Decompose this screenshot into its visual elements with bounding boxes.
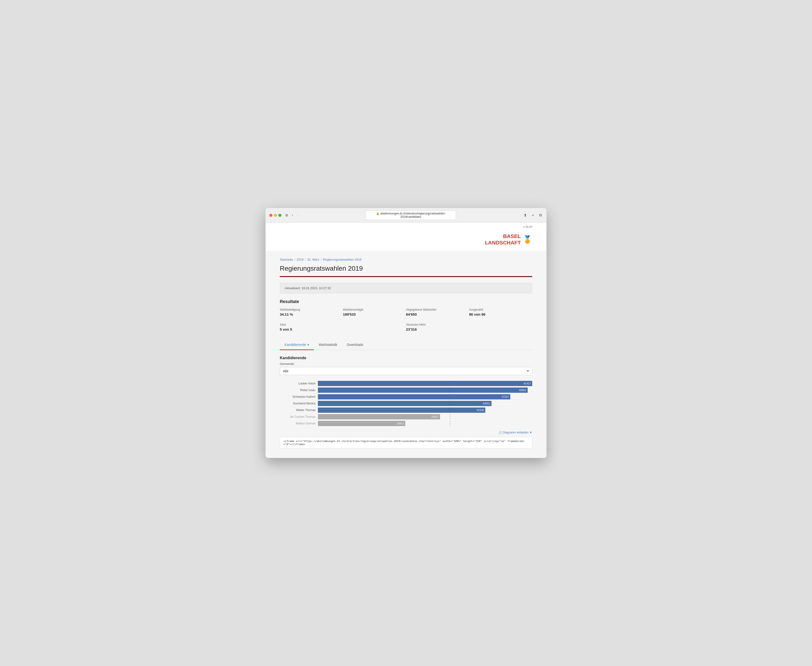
lock-icon: 🔒 bbox=[376, 212, 380, 215]
chart-label-weber: Weber Thomas bbox=[280, 409, 318, 412]
chart-label-lauber: Lauber Anton bbox=[280, 382, 318, 385]
embed-button[interactable]: ⬜ Diagramm einbetten ▼ bbox=[498, 431, 532, 434]
browser-titlebar: ⊞ ‹ › 🔒 abstimmungen.bl.ch/election/regi… bbox=[266, 208, 546, 223]
kandidierende-content: Kandidierende Gemeinde Alle Lauber Anton… bbox=[280, 356, 532, 448]
embed-code: <iframe src="https://abstimmungen.bl.ch/… bbox=[283, 440, 525, 446]
title-underline bbox=[280, 276, 532, 277]
stat-wahlbeteiligung-value: 34.11 % bbox=[280, 312, 343, 317]
address-input[interactable]: 🔒 abstimmungen.bl.ch/election/regierungs… bbox=[366, 210, 456, 220]
stat-abgegebene-value: 64'650 bbox=[406, 312, 469, 317]
chart-label-decourten: de Courten Thomas bbox=[280, 415, 318, 419]
stats-grid-2: Sitze 5 von 5 Absolutes Mehr 23'316 bbox=[280, 323, 532, 334]
tab-downloads[interactable]: Downloads bbox=[342, 340, 368, 350]
gemeinde-label: Gemeinde bbox=[280, 362, 532, 366]
chart-row-weber: Weber Thomas 32338 bbox=[280, 407, 532, 413]
stat-ausgezaehlt-value: 86 von 86 bbox=[469, 312, 532, 317]
chart-label-mathys: Mathys Samuel bbox=[280, 422, 318, 425]
logo-line1: BASEL bbox=[485, 233, 521, 239]
tab-kandidierende-label: Kandidierende bbox=[285, 343, 306, 346]
stat-abgegebene-label: Abgegebene Wahlzettel bbox=[406, 308, 469, 312]
breadcrumb-regierungsratswahlen[interactable]: Regierungsratswahlen 2019 bbox=[323, 258, 361, 261]
stat-wahlbeteiligung: Wahlbeteiligung 34.11 % bbox=[280, 308, 343, 319]
back-to-bl-link[interactable]: « bl.ch bbox=[523, 225, 532, 229]
stat-wahlberechtigte: Wahlberechtigte 189'533 bbox=[343, 308, 406, 319]
chart-container: Lauber Anton 41417 Reber Isaac 40561 bbox=[280, 381, 532, 426]
bar-area-reber: 40561 bbox=[318, 387, 532, 393]
bar-area-decourten: 23617 bbox=[318, 414, 532, 419]
stats-grid: Wahlbeteiligung 34.11 % Wahlberechtigte … bbox=[280, 308, 532, 319]
logo-icon: 🏅 bbox=[523, 235, 532, 244]
embed-code-box[interactable]: <iframe src="https://abstimmungen.bl.ch/… bbox=[280, 437, 532, 448]
bar-decourten: 23617 bbox=[318, 414, 440, 419]
stat-ausgezaehlt-label: Ausgezählt bbox=[469, 308, 532, 312]
breadcrumb-sep-1: / bbox=[294, 258, 295, 261]
bar-weber: 32338 bbox=[318, 407, 485, 413]
browser-controls: ⊞ ‹ › bbox=[284, 213, 299, 218]
stat-ausgezaehlt: Ausgezählt 86 von 86 bbox=[469, 308, 532, 319]
logo: BASEL LANDSCHAFT 🏅 bbox=[485, 233, 532, 246]
bar-gschwind: 33551 bbox=[318, 401, 492, 406]
stat-wahlbeteiligung-label: Wahlbeteiligung bbox=[280, 308, 343, 312]
chart-row-schweizer: Schweizer Kathrin 37187 bbox=[280, 394, 532, 399]
bar-area-mathys: 16913 bbox=[318, 421, 532, 426]
bar-area-schweizer: 37187 bbox=[318, 394, 532, 399]
stat-sitze-label: Sitze bbox=[280, 323, 406, 326]
gemeinde-dropdown[interactable]: Alle bbox=[280, 367, 532, 375]
chart-label-reber: Reber Isaac bbox=[280, 389, 318, 392]
dot-red[interactable] bbox=[269, 214, 272, 217]
chart-row-lauber: Lauber Anton 41417 bbox=[280, 381, 532, 386]
bar-schweizer: 37187 bbox=[318, 394, 510, 399]
breadcrumb-sep-2: / bbox=[305, 258, 306, 261]
bar-area-gschwind: 33551 bbox=[318, 401, 532, 406]
sidebar-btn[interactable]: ⧉ bbox=[538, 212, 543, 218]
tab-wahlstatistik[interactable]: Wahlstatistik bbox=[314, 340, 342, 350]
tab-downloads-label: Downloads bbox=[347, 343, 363, 346]
logo-line2: LANDSCHAFT bbox=[485, 240, 521, 246]
stat-absolutes-mehr-value: 23'316 bbox=[406, 327, 532, 331]
dashed-line-decourten bbox=[450, 414, 450, 419]
stat-wahlberechtigte-value: 189'533 bbox=[343, 312, 406, 317]
stat-absolutes-mehr: Absolutes Mehr 23'316 bbox=[406, 323, 532, 334]
chart-row-decourten: de Courten Thomas 23617 bbox=[280, 414, 532, 419]
tab-wahlstatistik-label: Wahlstatistik bbox=[319, 343, 337, 346]
dot-green[interactable] bbox=[278, 214, 281, 217]
stat-abgegebene: Abgegebene Wahlzettel 64'650 bbox=[406, 308, 469, 319]
dashed-line-gschwind bbox=[450, 401, 450, 406]
back-btn[interactable]: ‹ bbox=[291, 213, 294, 218]
breadcrumb-2019[interactable]: 2019 bbox=[297, 258, 304, 261]
breadcrumb: Startseite / 2019 / 31. März / Regierung… bbox=[280, 258, 532, 261]
breadcrumb-startseite[interactable]: Startseite bbox=[280, 258, 293, 261]
chart-row-gschwind: Gschwind Monica 33551 bbox=[280, 401, 532, 406]
update-box: Aktualisiert: 16.01.2023, 10:27:32 bbox=[280, 283, 532, 293]
new-tab-btn[interactable]: ＋ bbox=[530, 212, 536, 219]
tab-kandidierende[interactable]: Kandidierende ▾ bbox=[280, 340, 314, 350]
url-text: abstimmungen.bl.ch/election/regierungsra… bbox=[380, 212, 446, 219]
bar-mathys: 16913 bbox=[318, 421, 405, 426]
chart-row-mathys: Mathys Samuel 16913 bbox=[280, 421, 532, 426]
resultate-section: Resultate Wahlbeteiligung 34.11 % Wahlbe… bbox=[280, 299, 532, 334]
main-content: Startseite / 2019 / 31. März / Regierung… bbox=[266, 251, 546, 458]
kandidierende-title: Kandidierende bbox=[280, 356, 532, 360]
dashed-line-mathys bbox=[450, 421, 450, 426]
tab-kandidierende-arrow: ▾ bbox=[307, 343, 309, 346]
tabs-bar: Kandidierende ▾ Wahlstatistik Downloads bbox=[280, 340, 532, 350]
dot-yellow[interactable] bbox=[274, 214, 277, 217]
breadcrumb-31-maerz[interactable]: 31. März bbox=[307, 258, 319, 261]
browser-content: « bl.ch BASEL LANDSCHAFT 🏅 Startseite / … bbox=[266, 223, 546, 458]
stat-sitze-value: 5 von 5 bbox=[280, 327, 406, 331]
breadcrumb-sep-3: / bbox=[321, 258, 322, 261]
bar-area-weber: 32338 bbox=[318, 407, 532, 413]
window-layout-btn[interactable]: ⊞ bbox=[284, 213, 289, 218]
browser-window: ⊞ ‹ › 🔒 abstimmungen.bl.ch/election/regi… bbox=[266, 208, 546, 458]
chart-label-schweizer: Schweizer Kathrin bbox=[280, 395, 318, 399]
share-btn[interactable]: ⬆ bbox=[523, 212, 528, 219]
stat-wahlberechtigte-label: Wahlberechtigte bbox=[343, 308, 406, 312]
browser-dots bbox=[269, 214, 281, 217]
bar-area-lauber: 41417 bbox=[318, 381, 532, 386]
stat-sitze: Sitze 5 von 5 bbox=[280, 323, 406, 334]
bar-lauber: 41417 bbox=[318, 381, 532, 386]
browser-addressbar: 🔒 abstimmungen.bl.ch/election/regierungs… bbox=[302, 210, 520, 220]
embed-section: ⬜ Diagramm einbetten ▼ bbox=[280, 431, 532, 434]
stat-absolutes-mehr-label: Absolutes Mehr bbox=[406, 323, 532, 326]
bar-reber: 40561 bbox=[318, 387, 528, 393]
